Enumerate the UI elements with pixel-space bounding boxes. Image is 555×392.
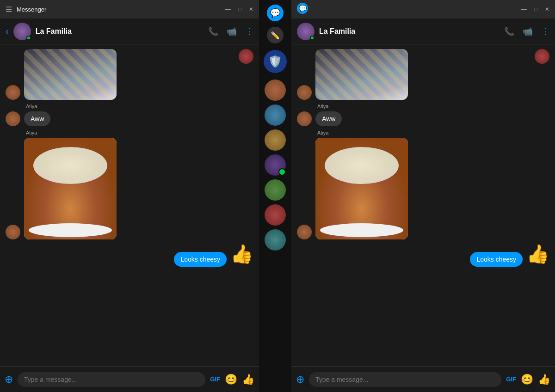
sidebar-avatar-6[interactable]: [265, 204, 286, 226]
sidebar-avatar-5[interactable]: [265, 179, 286, 201]
left-chat-header: ‹ La Familia 📞 📹 ⋮: [0, 18, 259, 44]
right-message-input[interactable]: [309, 372, 501, 387]
left-window-controls: — □ ✕: [225, 6, 253, 12]
right-group-name: La Familia: [319, 27, 500, 36]
sidebar-avatar-1[interactable]: [265, 80, 286, 101]
right-app-icon: 💬: [297, 3, 308, 14]
table-row: 👍 Looks cheesy: [6, 243, 253, 267]
left-title-bar: ☰ Messenger — □ ✕: [0, 0, 259, 18]
right-group-avatar: [297, 23, 314, 40]
left-minimize-btn[interactable]: —: [225, 6, 231, 12]
food-image-right[interactable]: [315, 138, 408, 239]
food-plate: [24, 138, 117, 239]
right-messenger-window: 💬 — □ ✕ La Familia 📞 📹 ⋮: [291, 0, 555, 392]
top-image-pattern: [24, 49, 117, 100]
left-messenger-window: ☰ Messenger — □ ✕ ‹ La Familia 📞 📹 ⋮: [0, 0, 259, 392]
table-row: [6, 49, 253, 100]
left-group-avatar: [13, 23, 31, 40]
right-more-icon[interactable]: ⋮: [541, 26, 549, 37]
left-group-name: La Familia: [36, 27, 204, 36]
left-emoji-icon[interactable]: 😊: [225, 374, 237, 386]
avatar: [535, 49, 549, 64]
sender-name: Atiya: [26, 130, 117, 135]
compose-button[interactable]: ✏️: [267, 27, 284, 43]
sidebar-avatar-2[interactable]: [265, 104, 286, 126]
table-row: Atiya Aww: [297, 104, 549, 126]
avatar: [297, 111, 312, 126]
left-online-indicator: [26, 36, 31, 40]
message-bubble[interactable]: Aww: [315, 111, 342, 126]
left-app-title: Messenger: [17, 6, 221, 13]
thumbs-up-reaction-right[interactable]: 👍: [526, 243, 549, 265]
message-bubble[interactable]: Aww: [24, 111, 50, 126]
table-row: [297, 49, 549, 100]
msg-group: Atiya Aww: [315, 104, 342, 126]
sender-name: Atiya: [317, 104, 342, 109]
left-message-input[interactable]: [18, 372, 205, 387]
avatar: [239, 49, 253, 64]
left-phone-icon[interactable]: 📞: [208, 26, 218, 37]
left-hamburger-icon[interactable]: ☰: [6, 5, 12, 14]
left-maximize-btn[interactable]: □: [238, 6, 241, 12]
messenger-logo-icon: 💬: [267, 5, 284, 21]
msg-group: Atiya: [315, 130, 408, 239]
right-header-actions: 📞 📹 ⋮: [504, 26, 549, 37]
right-gif-icon[interactable]: GIF: [506, 376, 516, 383]
top-image-right[interactable]: [315, 49, 408, 100]
sent-message-bubble[interactable]: Looks cheesy: [174, 252, 227, 267]
sender-name: Atiya: [26, 104, 50, 109]
security-shield-icon: 🛡️: [264, 50, 287, 73]
sidebar-avatar-7[interactable]: [265, 229, 286, 251]
plate-rim-right: [320, 223, 403, 237]
avatar: [6, 111, 20, 126]
left-gif-icon[interactable]: GIF: [210, 376, 220, 383]
right-input-bar: ⊕ GIF 😊 👍: [291, 366, 555, 392]
top-image-pattern-right: [315, 49, 408, 100]
right-messages-area: Atiya Aww Atiya 👍 Looks cheesy: [291, 44, 555, 366]
sidebar-avatar-4[interactable]: [265, 154, 286, 176]
right-title-bar: 💬 — □ ✕: [291, 0, 555, 18]
msg-group: [24, 49, 117, 100]
food-topping-right: [325, 147, 399, 184]
left-input-bar: ⊕ GIF 😊 👍: [0, 366, 259, 392]
middle-sidebar: 💬 ✏️ 🛡️: [259, 0, 291, 392]
table-row: Atiya: [6, 130, 253, 239]
sender-name: Atiya: [317, 130, 408, 135]
right-phone-icon[interactable]: 📞: [504, 26, 514, 37]
table-row: 👍 Looks cheesy: [297, 243, 549, 267]
avatar: [297, 85, 312, 100]
sidebar-avatar-3[interactable]: [265, 129, 286, 151]
right-chat-header: La Familia 📞 📹 ⋮: [291, 18, 555, 44]
food-plate-right: [315, 138, 408, 239]
table-row: Atiya: [297, 130, 549, 239]
left-thumbs-icon[interactable]: 👍: [242, 374, 254, 386]
left-back-button[interactable]: ‹: [6, 26, 9, 37]
right-thumbs-icon[interactable]: 👍: [538, 374, 550, 386]
right-close-btn[interactable]: ✕: [545, 6, 549, 12]
right-add-icon[interactable]: ⊕: [296, 374, 304, 386]
food-topping: [33, 147, 107, 184]
right-window-controls: — □ ✕: [521, 6, 549, 12]
right-online-indicator: [310, 36, 314, 40]
msg-group: [315, 49, 408, 100]
right-maximize-btn[interactable]: □: [534, 6, 537, 12]
right-minimize-btn[interactable]: —: [521, 6, 527, 12]
avatar: [297, 225, 312, 239]
top-image[interactable]: [24, 49, 117, 100]
msg-group: Atiya Aww: [24, 104, 50, 126]
thumbs-up-reaction[interactable]: 👍: [230, 243, 253, 265]
avatar: [6, 85, 20, 100]
plate-rim: [29, 223, 112, 237]
right-emoji-icon[interactable]: 😊: [521, 374, 533, 386]
left-more-icon[interactable]: ⋮: [245, 26, 253, 37]
msg-group: Atiya: [24, 130, 117, 239]
left-add-icon[interactable]: ⊕: [5, 374, 13, 386]
left-header-actions: 📞 📹 ⋮: [208, 26, 253, 37]
sent-message-bubble-right[interactable]: Looks cheesy: [470, 252, 523, 267]
food-image[interactable]: [24, 138, 117, 239]
left-close-btn[interactable]: ✕: [249, 6, 253, 12]
avatar: [6, 225, 20, 239]
right-video-icon[interactable]: 📹: [523, 26, 533, 37]
left-video-icon[interactable]: 📹: [227, 26, 237, 37]
table-row: Atiya Aww: [6, 104, 253, 126]
